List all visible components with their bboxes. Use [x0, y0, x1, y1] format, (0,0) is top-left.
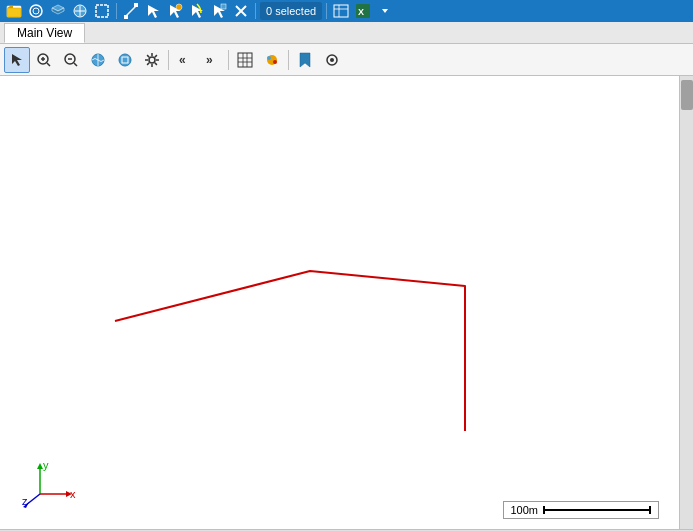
draw-line-icon[interactable] — [121, 1, 141, 21]
svg-rect-7 — [96, 5, 108, 17]
select-rect-icon[interactable] — [92, 1, 112, 21]
svg-point-44 — [267, 56, 271, 60]
svg-marker-24 — [12, 54, 22, 66]
svg-text:«: « — [179, 53, 186, 67]
prev-extent-tool[interactable]: « — [172, 47, 198, 73]
main-area: y x z 100m — [0, 76, 693, 529]
scale-box: 100m — [503, 501, 659, 519]
main-view-tab[interactable]: Main View — [4, 23, 85, 43]
selected-count: 0 selected — [266, 5, 316, 17]
map-canvas[interactable]: y x z 100m — [0, 76, 679, 529]
svg-point-3 — [33, 8, 39, 14]
vertical-scrollbar-thumb[interactable] — [681, 80, 693, 110]
svg-line-31 — [74, 63, 77, 66]
layer-style-tool[interactable] — [259, 47, 285, 73]
svg-rect-38 — [238, 53, 252, 67]
zoom-extent-tool[interactable] — [112, 47, 138, 73]
svg-text:z: z — [22, 495, 28, 507]
trace-icon[interactable] — [187, 1, 207, 21]
next-extent-tool[interactable]: » — [199, 47, 225, 73]
digitize-icon[interactable] — [26, 1, 46, 21]
table-view-icon[interactable] — [331, 1, 351, 21]
svg-rect-18 — [334, 5, 348, 17]
zoom-world-tool[interactable] — [85, 47, 111, 73]
scale-bar: 100m — [503, 501, 659, 519]
svg-rect-9 — [134, 3, 138, 7]
svg-point-47 — [330, 58, 334, 62]
top-toolbar: 0 selected X — [0, 0, 693, 22]
excel-export-icon[interactable]: X — [353, 1, 373, 21]
bookmark-tool[interactable] — [292, 47, 318, 73]
svg-point-33 — [119, 54, 131, 66]
svg-text:»: » — [206, 53, 213, 67]
svg-point-2 — [30, 5, 42, 17]
toolbar-separator-2 — [255, 3, 256, 19]
map-polyline — [115, 271, 465, 431]
vertical-scrollbar[interactable] — [679, 76, 693, 529]
cursor-icon[interactable] — [143, 1, 163, 21]
axis-indicator: y x z — [20, 459, 80, 509]
svg-text:x: x — [70, 488, 76, 500]
svg-line-28 — [47, 63, 50, 66]
layers-icon[interactable] — [48, 1, 68, 21]
map-toolbar-sep-1 — [168, 50, 169, 70]
selected-badge: 0 selected — [260, 2, 322, 20]
svg-point-12 — [176, 4, 182, 10]
map-toolbar-sep-3 — [288, 50, 289, 70]
map-nav-icon[interactable] — [70, 1, 90, 21]
grid-tool[interactable] — [232, 47, 258, 73]
open-project-icon[interactable] — [4, 1, 24, 21]
svg-marker-10 — [148, 5, 159, 18]
map-toolbar: « » — [0, 44, 693, 76]
select-arrow-tool[interactable] — [4, 47, 30, 73]
settings-tool[interactable] — [139, 47, 165, 73]
svg-rect-8 — [124, 15, 128, 19]
delete-feature-icon[interactable] — [231, 1, 251, 21]
tab-bar: Main View — [0, 22, 693, 44]
dropdown-arrow-icon[interactable] — [375, 1, 395, 21]
vertex-edit-icon[interactable] — [209, 1, 229, 21]
svg-text:y: y — [43, 459, 49, 471]
toolbar-separator-3 — [326, 3, 327, 19]
svg-rect-15 — [221, 4, 226, 9]
map-toolbar-sep-2 — [228, 50, 229, 70]
zoom-out-tool[interactable] — [58, 47, 84, 73]
svg-point-35 — [149, 57, 155, 63]
map-svg — [0, 76, 679, 529]
point-capture-icon[interactable] — [165, 1, 185, 21]
extra-tool[interactable] — [319, 47, 345, 73]
svg-marker-23 — [382, 9, 388, 13]
svg-point-45 — [273, 60, 277, 64]
scale-label: 100m — [510, 504, 538, 516]
svg-text:X: X — [358, 7, 364, 17]
zoom-in-tool[interactable] — [31, 47, 57, 73]
svg-rect-1 — [7, 8, 21, 17]
toolbar-separator-1 — [116, 3, 117, 19]
